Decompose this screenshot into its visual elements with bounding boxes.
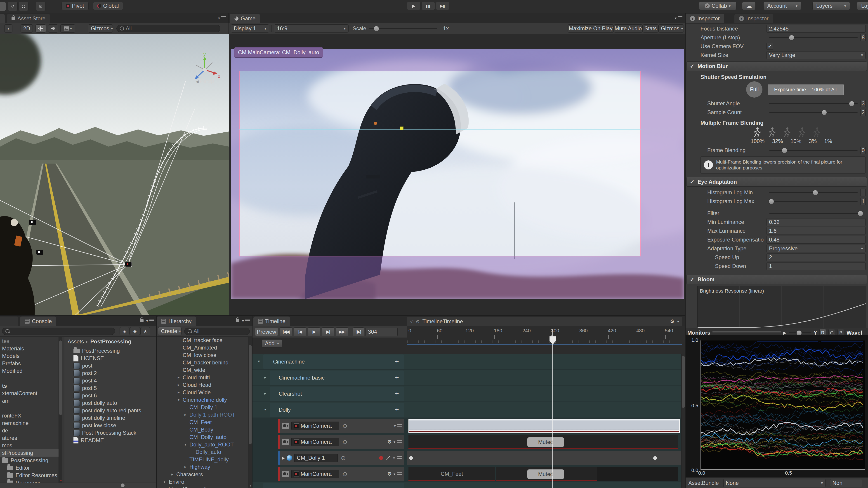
game-viewport[interactable] bbox=[231, 49, 684, 299]
panel-menu-icon[interactable]: ▾ bbox=[675, 16, 682, 20]
target-picker-icon[interactable]: ⊙ bbox=[342, 422, 347, 429]
track-menu-icon[interactable]: ⚙▾ bbox=[387, 471, 402, 477]
group-header[interactable]: Clearshot bbox=[270, 387, 404, 401]
timeline-clip-selected[interactable] bbox=[408, 419, 680, 433]
min-luminance-field[interactable]: 0.32 bbox=[767, 218, 866, 226]
cinemachine-shot-track-row[interactable]: ▶ CM_Dolly 1 ⊙ ▾ bbox=[252, 450, 685, 466]
shutter-angle-slider[interactable] bbox=[769, 103, 858, 104]
effects-dropdown-button[interactable]: ▾ bbox=[60, 24, 75, 33]
curves-icon[interactable] bbox=[385, 455, 391, 461]
expand-arrow-icon[interactable]: ▸ bbox=[184, 412, 189, 417]
favorites-button[interactable]: ★ bbox=[141, 327, 150, 335]
project-file-item[interactable]: post bbox=[64, 362, 156, 369]
add-to-group-button[interactable]: + bbox=[393, 406, 401, 414]
shading-dropdown[interactable]: ▾ bbox=[4, 24, 12, 33]
rect-tool-button[interactable] bbox=[36, 2, 46, 11]
expand-arrow-icon[interactable]: ▸ bbox=[178, 383, 183, 387]
track-binding-field[interactable]: CM_Dolly 1 bbox=[294, 454, 338, 462]
group-header[interactable]: Cinemachine bbox=[264, 355, 404, 369]
hierarchy-item[interactable]: CM_wide bbox=[157, 366, 248, 374]
project-folder-item[interactable]: atures bbox=[0, 434, 59, 442]
track-group-row[interactable]: ▾ Cinemachine + bbox=[252, 354, 685, 369]
expand-arrow-icon[interactable]: ▸ bbox=[171, 472, 176, 477]
track-group-row[interactable]: ▾ Dolly + bbox=[252, 402, 685, 418]
project-file-item[interactable]: post 4 bbox=[64, 377, 156, 384]
timeline-clip-empty[interactable] bbox=[597, 467, 678, 481]
animation-track-row[interactable]: MainCamera ⊙ ⚙▾ Muted bbox=[252, 434, 685, 450]
project-folder-item[interactable]: Editor bbox=[0, 464, 59, 471]
project-file-item[interactable]: post dolly timeline bbox=[64, 414, 156, 422]
add-to-group-button[interactable]: + bbox=[393, 374, 401, 381]
tab-scene-stub[interactable] bbox=[0, 14, 5, 23]
project-folder-item[interactable]: Modified bbox=[0, 367, 59, 375]
aperture-slider[interactable] bbox=[769, 37, 858, 38]
add-to-group-button[interactable]: + bbox=[393, 486, 401, 488]
playhead-line[interactable] bbox=[553, 329, 553, 488]
group-header[interactable]: Characters bbox=[264, 483, 404, 488]
project-folder-item[interactable]: Resources bbox=[0, 479, 59, 483]
search-by-label-button[interactable]: ◆ bbox=[130, 327, 140, 335]
hierarchy-item[interactable]: CM_low close bbox=[157, 351, 248, 359]
tab-asset-store[interactable]: Asset Store bbox=[7, 14, 50, 23]
timeline-clip[interactable]: CM_Feet bbox=[408, 467, 495, 481]
eye-adaptation-section-header[interactable]: ✓ Eye Adaptation bbox=[686, 177, 867, 187]
game-scale-slider[interactable] bbox=[369, 28, 437, 29]
use-camera-fov-checkbox[interactable]: ✓ bbox=[767, 43, 773, 50]
expand-arrow-icon[interactable]: ▸ bbox=[164, 480, 169, 484]
record-dot-icon[interactable] bbox=[379, 456, 383, 460]
tab-stub[interactable] bbox=[0, 317, 18, 326]
panel-menu-icon[interactable]: ▾ bbox=[218, 16, 226, 20]
project-folder-item[interactable]: de bbox=[0, 427, 59, 434]
search-by-type-button[interactable]: ◈ bbox=[120, 327, 129, 335]
hierarchy-search-input[interactable]: All bbox=[184, 328, 250, 335]
track-menu-icon[interactable]: ▾ bbox=[394, 424, 402, 428]
expand-arrow-icon[interactable]: ▾ bbox=[258, 359, 260, 364]
animation-track-row[interactable]: MainCamera ⊙ ⚙▾ CM_Feet Muted bbox=[252, 466, 685, 482]
animation-track-row[interactable]: MainCamera ⊙ ▾ bbox=[252, 418, 685, 433]
lighting-toggle-button[interactable] bbox=[35, 24, 46, 33]
hierarchy-item[interactable]: CM_Animated bbox=[157, 344, 248, 351]
expand-arrow-icon[interactable]: ▸ bbox=[264, 375, 266, 380]
histogram-log-min-slider[interactable] bbox=[769, 192, 858, 193]
project-file-item[interactable]: post dolly auto red pants bbox=[64, 407, 156, 414]
lock-icon[interactable] bbox=[236, 319, 239, 322]
mute-audio-button[interactable]: Mute Audio bbox=[614, 24, 643, 33]
lock-icon[interactable] bbox=[140, 319, 144, 322]
rotate-tool-button[interactable] bbox=[8, 2, 18, 11]
global-button[interactable]: Global bbox=[93, 2, 123, 10]
pivot-button[interactable]: Pivot bbox=[61, 2, 89, 10]
project-folder-item[interactable]: Models bbox=[0, 352, 59, 360]
hierarchy-item[interactable]: VirtualCamera1 bbox=[157, 486, 248, 488]
tab-hierarchy[interactable]: Hierarchy bbox=[157, 317, 196, 326]
stats-button[interactable]: Stats bbox=[643, 24, 658, 33]
track-header[interactable]: ▶ CM_Dolly 1 ⊙ ▾ bbox=[278, 451, 404, 465]
timeline-scrollbar[interactable] bbox=[681, 354, 685, 488]
shutter-angle-value[interactable]: 3 bbox=[860, 100, 866, 107]
tab-console[interactable]: Console bbox=[20, 317, 56, 326]
preview-toggle-button[interactable]: Preview bbox=[255, 328, 278, 336]
expand-arrow-icon[interactable]: ▸ bbox=[264, 391, 266, 396]
settings-gear-icon[interactable]: ⚙ bbox=[670, 319, 675, 324]
hierarchy-item[interactable]: ▸ Characters bbox=[157, 470, 248, 478]
project-folder-item[interactable]: PostProcessing bbox=[0, 457, 59, 464]
track-menu-icon[interactable]: ▾ bbox=[379, 455, 402, 461]
scene-search-input[interactable]: All bbox=[116, 25, 220, 32]
project-folder-item[interactable]: xternalContent bbox=[0, 390, 59, 397]
adaptation-type-dropdown[interactable]: Progressive bbox=[767, 245, 866, 252]
caret-down-icon[interactable]: ▾ bbox=[677, 320, 679, 324]
project-folder-item[interactable]: am bbox=[0, 397, 59, 404]
project-file-item[interactable]: post dolly auto bbox=[64, 399, 156, 407]
shot-lane[interactable] bbox=[407, 451, 682, 465]
project-folder-item[interactable]: stProcessing bbox=[0, 449, 59, 457]
record-toggle-icon[interactable]: ⊙ bbox=[416, 319, 420, 324]
target-picker-icon[interactable]: ⊙ bbox=[342, 470, 347, 478]
current-frame-field[interactable]: 304 bbox=[366, 328, 398, 336]
hierarchy-item[interactable]: CM_tracker face bbox=[157, 336, 248, 344]
add-to-group-button[interactable]: + bbox=[393, 358, 401, 365]
step-button[interactable]: ▶▮ bbox=[436, 2, 450, 10]
sample-count-slider[interactable] bbox=[769, 112, 858, 113]
histogram-log-max-value[interactable]: 1 bbox=[860, 198, 866, 205]
frame-blending-slider[interactable] bbox=[769, 150, 858, 151]
project-folder-item[interactable]: Prefabs bbox=[0, 360, 59, 367]
hierarchy-scrollbar[interactable]: ▼ bbox=[248, 336, 252, 488]
